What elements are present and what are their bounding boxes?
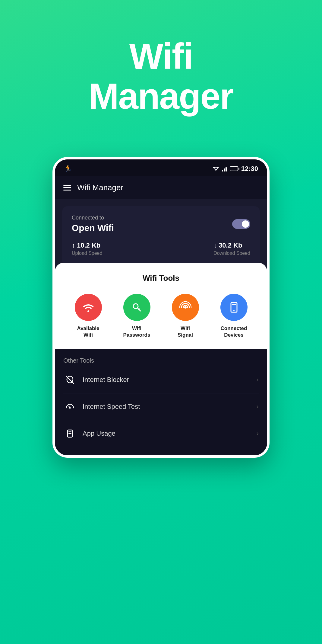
other-tools-section: Other Tools Internet Blocker › (55, 349, 267, 455)
status-time: 12:30 (241, 165, 258, 173)
wifi-passwords-icon-circle (123, 294, 150, 321)
status-bar: 🏃 12:30 (55, 159, 267, 176)
svg-point-4 (184, 306, 187, 309)
download-arrow-icon (213, 242, 217, 249)
svg-point-6 (233, 310, 235, 311)
hero-line2: Manager (89, 76, 233, 116)
chevron-right-icon-3: › (257, 430, 259, 437)
speed-row: 10.2 Kb Upload Speed 30.2 Kb Download Sp… (72, 242, 250, 256)
tools-grid: AvailableWifi WifiPasswords (66, 294, 256, 338)
connected-label: Connected to (72, 215, 114, 221)
connected-devices-icon-circle (220, 294, 248, 321)
internet-blocker-label: Internet Blocker (83, 376, 257, 384)
wifi-toggle[interactable] (232, 219, 250, 229)
wifi-name: Open Wifi (72, 223, 114, 233)
chevron-right-icon: › (257, 376, 259, 384)
upload-speed: 10.2 Kb Upload Speed (72, 242, 102, 256)
top-nav: Wifi Manager (55, 176, 267, 199)
wifi-signal-icon-circle (172, 294, 199, 321)
phone-wrapper: 🏃 12:30 (52, 157, 270, 458)
connected-header: Connected to Open Wifi (72, 215, 250, 233)
available-wifi-icon-circle (75, 294, 102, 321)
device-icon (227, 301, 241, 314)
nav-title: Wifi Manager (77, 183, 123, 192)
download-speed: 30.2 Kb Download Speed (213, 242, 250, 256)
available-wifi-label: AvailableWifi (77, 325, 99, 338)
wifi-passwords-label: WifiPasswords (123, 325, 150, 338)
upload-arrow-icon (72, 242, 75, 249)
status-left: 🏃 (64, 165, 72, 173)
connected-card: Connected to Open Wifi 10.2 Kb Upload Sp… (62, 206, 260, 266)
hamburger-icon[interactable] (63, 185, 71, 191)
signal-bars-icon (222, 166, 227, 171)
app-usage-icon (63, 427, 77, 440)
runner-icon: 🏃 (64, 165, 72, 173)
internet-speed-test-icon (63, 400, 77, 413)
signal-icon (179, 301, 192, 314)
app-usage-label: App Usage (83, 430, 257, 437)
tool-available-wifi[interactable]: AvailableWifi (66, 294, 111, 338)
connected-devices-label: ConnectedDevices (221, 325, 247, 338)
hero-line1: Wifi (129, 36, 193, 76)
upload-value: 10.2 Kb (72, 242, 102, 249)
upload-label: Upload Speed (72, 251, 102, 256)
wifi-tools-title: Wifi Tools (66, 274, 256, 283)
key-icon (130, 301, 144, 314)
internet-blocker-row[interactable]: Internet Blocker › (63, 367, 259, 393)
status-right: 12:30 (213, 165, 258, 173)
download-value: 30.2 Kb (213, 242, 250, 249)
internet-speed-test-label: Internet Speed Test (83, 403, 257, 411)
wifi-signal-label: WifiSignal (178, 325, 193, 338)
app-usage-row[interactable]: App Usage › (63, 420, 259, 447)
download-label: Download Speed (213, 251, 250, 256)
wifi-icon (82, 301, 95, 314)
tool-connected-devices[interactable]: ConnectedDevices (211, 294, 256, 338)
tool-wifi-passwords[interactable]: WifiPasswords (114, 294, 159, 338)
hero-title: Wifi Manager (89, 36, 233, 116)
phone-frame: 🏃 12:30 (52, 157, 270, 458)
internet-speed-test-row[interactable]: Internet Speed Test › (63, 393, 259, 420)
tool-wifi-signal[interactable]: WifiSignal (163, 294, 208, 338)
chevron-right-icon-2: › (257, 403, 259, 411)
connected-info: Connected to Open Wifi (72, 215, 114, 233)
other-tools-title: Other Tools (63, 357, 259, 364)
svg-point-8 (69, 407, 71, 409)
bottom-sheet: Wifi Tools AvailableWifi (55, 263, 267, 349)
wifi-status-icon (213, 165, 219, 172)
battery-icon (230, 166, 238, 171)
internet-blocker-icon (63, 373, 77, 386)
